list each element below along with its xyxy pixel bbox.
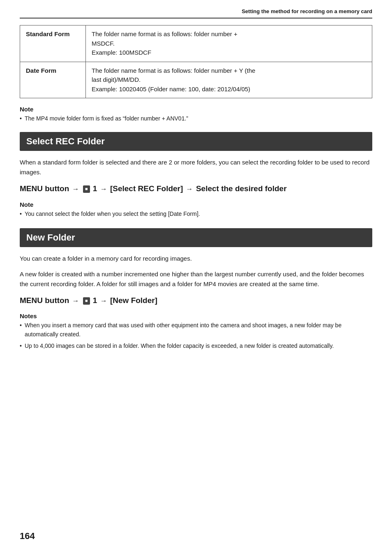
select-rec-folder-banner: Select REC Folder [20,132,372,151]
new-folder-body2: A new folder is created with a number in… [20,269,372,289]
new-folder-notes-item-2: Up to 4,000 images can be stored in a fo… [20,342,372,351]
new-folder-banner: New Folder [20,228,372,247]
header-title: Setting the method for recording on a me… [242,8,372,14]
note-top-item-1: The MP4 movie folder form is fixed as “f… [20,114,372,123]
table-cell-desc-2: The folder name format is as follows: fo… [86,62,372,98]
select-rec-folder-section: Select REC Folder When a standard form f… [20,132,372,218]
new-folder-menu-path: MENU button → ■ 1 → [New Folder] [20,295,372,306]
note-top-title: Note [20,106,372,113]
select-rec-folder-menu-path: MENU button → ■ 1 → [Select REC Folder] … [20,183,372,194]
page-number: 164 [20,531,35,541]
new-folder-notes-title: Notes [20,312,372,319]
table-cell-label-2: Date Form [20,62,86,98]
new-folder-notes: Notes When you insert a memory card that… [20,312,372,350]
menu-icon-2: ■ [83,297,90,305]
page-container: Setting the method for recording on a me… [0,0,392,553]
page-header: Setting the method for recording on a me… [20,8,372,19]
select-rec-folder-note-title: Note [20,201,372,208]
info-table: Standard Form The folder name format is … [20,25,372,98]
select-rec-folder-note-item-1: You cannot select the folder when you se… [20,210,372,218]
table-row: Standard Form The folder name format is … [20,25,372,62]
new-folder-section: New Folder You can create a folder in a … [20,228,372,351]
select-rec-folder-note: Note You cannot select the folder when y… [20,201,372,218]
menu-icon-1: ■ [83,185,90,193]
new-folder-notes-item-1: When you insert a memory card that was u… [20,321,372,339]
table-cell-label-1: Standard Form [20,25,86,62]
new-folder-body1: You can create a folder in a memory card… [20,254,372,264]
select-rec-folder-body: When a standard form folder is selected … [20,157,372,177]
table-cell-desc-1: The folder name format is as follows: fo… [86,25,372,62]
table-row: Date Form The folder name format is as f… [20,62,372,98]
note-top-section: Note The MP4 movie folder form is fixed … [20,106,372,123]
